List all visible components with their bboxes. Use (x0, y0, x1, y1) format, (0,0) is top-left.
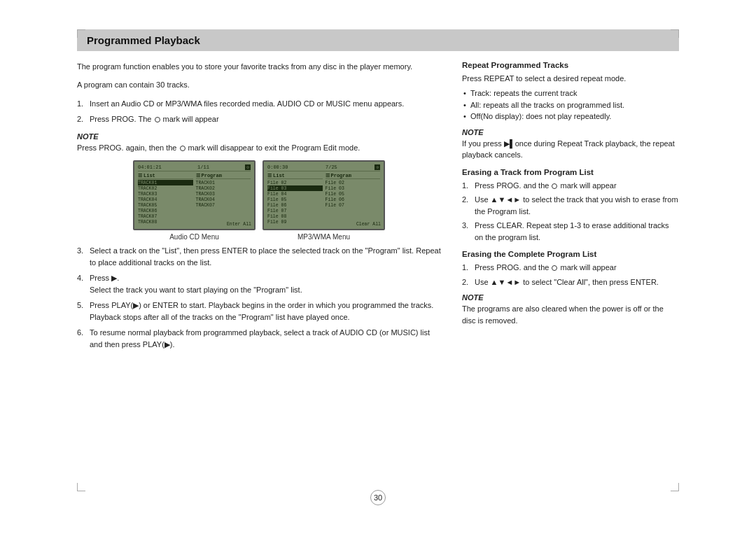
mp3-prog-col: ☰ Program File 02 File 03 File 05 File 0… (326, 173, 381, 225)
audio-bottom-bar: Enter All (227, 222, 251, 227)
corner-mark-br (671, 483, 679, 491)
circle-icon (155, 117, 160, 122)
page-title: Programmed Playback (87, 34, 669, 46)
step-6-text: To resume normal playback from programme… (90, 327, 441, 350)
step-5-num: 5. (77, 300, 87, 323)
note-text-right-2: The programs are also cleared when the p… (462, 303, 679, 326)
corner-mark-bl (77, 483, 85, 491)
step-4: 4. Press ▶.Select the track you want to … (77, 272, 441, 295)
erase-all-step-2-num: 2. (462, 276, 472, 288)
mp3-track-count: 7/25 (326, 164, 337, 170)
note-box-right-2: NOTE The programs are also cleared when … (462, 293, 679, 326)
mp3-file-8: File 09 (267, 219, 323, 225)
erase-step-3-text: Press CLEAR. Repeat step 1-3 to erase ad… (475, 220, 679, 243)
note-label-right-2: NOTE (462, 293, 679, 302)
content-area: The program function enables you to stor… (77, 61, 679, 358)
audio-prog-5: TRACK07 (196, 202, 251, 208)
audio-track-3: TRACK03 (138, 191, 193, 197)
audio-lcd-screen: 04:01:21 1/11 ⊙ ☰ List TRACK01 (133, 160, 255, 230)
mp3-file-1: File 02 (267, 180, 323, 185)
mp3-list-header: ☰ List (267, 173, 323, 179)
erase-step-1-num: 1. (462, 180, 472, 192)
mp3-prog-4: File 06 (326, 197, 381, 202)
step-2: 2. Press PROG. The mark will appear (77, 113, 441, 125)
step-4-text: Press ▶.Select the track you want to sta… (90, 272, 302, 295)
page-inner: Programmed Playback The program function… (77, 29, 679, 505)
erase-track-title: Erasing a Track from Program List (462, 168, 679, 176)
audio-prog-1: TRACK01 (196, 180, 251, 185)
erase-step-2-num: 2. (462, 194, 472, 217)
steps-list-1: 1. Insert an Audio CD or MP3/WMA files r… (77, 98, 441, 125)
mp3-top-bar: 0:00:30 7/25 ⊙ (267, 164, 380, 171)
audio-track-6: TRACK06 (138, 208, 193, 213)
page-number: 30 (370, 490, 386, 505)
audio-list-col: ☰ List TRACK01 TRACK02 TRACK03 TRACK04 T… (138, 173, 193, 225)
audio-prog-header: ☰ Program (196, 173, 251, 179)
audio-track-5: TRACK05 (138, 202, 193, 208)
mp3-file-3: File 04 (267, 191, 323, 197)
audio-screen-wrapper: 04:01:21 1/11 ⊙ ☰ List TRACK01 (133, 160, 255, 241)
erase-track-steps: 1. Press PROG. and the mark will appear … (462, 180, 679, 244)
erase-all-title: Erasing the Complete Program List (462, 250, 679, 258)
audio-track-2: TRACK02 (138, 185, 193, 191)
audio-time: 04:01:21 (138, 164, 162, 170)
mp3-prog-1: File 02 (326, 180, 381, 185)
audio-prog-2: TRACK02 (196, 185, 251, 191)
repeat-bullet-3: Off(No display): does not play repeatedl… (462, 111, 679, 122)
right-column: Repeat Programmed Tracks Press REPEAT to… (462, 61, 679, 358)
corner-mark-tl (77, 29, 85, 38)
erase-step-2-text: Use ▲▼◄► to select the track that you wi… (475, 194, 679, 217)
step-3: 3. Select a track on the "List", then pr… (77, 245, 441, 268)
step-6: 6. To resume normal playback from progra… (77, 327, 441, 350)
erase-all-step-1-text: Press PROG. and the mark will appear (475, 262, 617, 274)
prog-icon-audio: ⊙ (245, 164, 251, 170)
mp3-file-6: File 07 (267, 208, 323, 213)
audio-track-count: 1/11 (197, 164, 209, 170)
audio-track-4: TRACK04 (138, 197, 193, 202)
steps-list-2: 3. Select a track on the "List", then pr… (77, 245, 441, 350)
audio-track-1: TRACK01 (138, 180, 193, 185)
note-box-1: NOTE Press PROG. again, then the mark wi… (77, 132, 441, 154)
erase-step-3-num: 3. (462, 220, 472, 243)
erase-all-step-1-num: 1. (462, 262, 472, 274)
repeat-bullets: Track: repeats the current track All: re… (462, 87, 679, 122)
note-text-right-1: If you press ▶▌once during Repeat Track … (462, 138, 679, 161)
erase-all-step-2-text: Use ▲▼◄► to select "Clear All", then pre… (475, 276, 659, 288)
audio-list-header: ☰ List (138, 173, 193, 179)
prog-icon-mp3: ⊙ (374, 164, 380, 170)
step-5: 5. Press PLAY(▶) or ENTER to start. Play… (77, 300, 441, 323)
audio-screen-label: Audio CD Menu (169, 233, 219, 241)
mp3-lcd-screen: 0:00:30 7/25 ⊙ ☰ List File 02 (262, 160, 385, 230)
step-2-num: 2. (77, 113, 87, 125)
repeat-bullet-1: Track: repeats the current track (462, 87, 679, 99)
audio-track-8: TRACK08 (138, 219, 193, 225)
title-bar: Programmed Playback (77, 29, 679, 51)
audio-prog-col: ☰ Program TRACK01 TRACK02 TRACK03 TRACK0… (196, 173, 251, 225)
erase-all-step-2: 2. Use ▲▼◄► to select "Clear All", then … (462, 276, 679, 288)
circle-icon-2 (180, 146, 186, 151)
mp3-prog-header: ☰ Program (326, 173, 381, 179)
audio-prog-4: TRACK04 (196, 197, 251, 202)
audio-track-7: TRACK07 (138, 213, 193, 219)
intro-text-2: A program can contain 30 tracks. (77, 79, 441, 91)
mp3-file-5: File 06 (267, 202, 323, 208)
mp3-file-4: File 05 (267, 197, 323, 202)
screens-container: 04:01:21 1/11 ⊙ ☰ List TRACK01 (77, 160, 441, 241)
erase-step-3: 3. Press CLEAR. Repeat step 1-3 to erase… (462, 220, 679, 243)
mp3-screen-wrapper: 0:00:30 7/25 ⊙ ☰ List File 02 (262, 160, 385, 241)
erase-step-1: 1. Press PROG. and the mark will appear (462, 180, 679, 192)
mp3-file-7: File 08 (267, 213, 323, 219)
intro-text-1: The program function enables you to stor… (77, 61, 441, 73)
corner-mark-tr (671, 29, 679, 38)
circle-icon-4 (552, 265, 557, 271)
erase-step-1-text: Press PROG. and the mark will appear (475, 180, 617, 192)
step-1-text: Insert an Audio CD or MP3/WMA files reco… (90, 98, 404, 110)
note-text-1: Press PROG. again, then the mark will di… (77, 142, 441, 154)
step-3-num: 3. (77, 245, 87, 268)
mp3-list-icon: ☰ (267, 173, 272, 178)
repeat-title: Repeat Programmed Tracks (462, 61, 679, 69)
mp3-prog-5: File 07 (326, 202, 381, 208)
step-6-num: 6. (77, 327, 87, 350)
mp3-screen-label: MP3/WMA Menu (298, 233, 350, 241)
step-1: 1. Insert an Audio CD or MP3/WMA files r… (77, 98, 441, 110)
